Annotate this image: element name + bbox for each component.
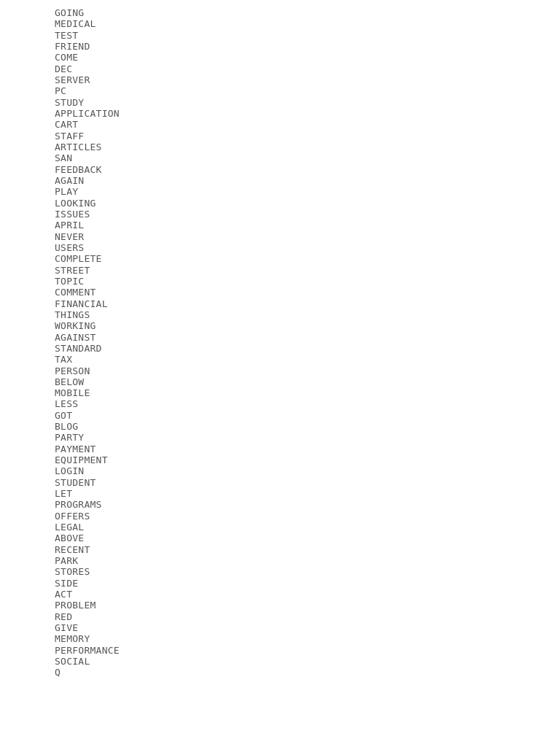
list-item: MEMORY [55,633,505,644]
list-item: ACT [55,589,505,600]
list-item: WORKING [55,320,505,331]
list-item: AGAINST [55,332,505,343]
list-item: COMMENT [55,287,505,298]
list-item: FRIEND [55,41,505,52]
list-item: MEDICAL [55,18,505,29]
list-item: TOPIC [55,276,505,287]
list-item: GOING [55,7,505,18]
list-item: AGAIN [55,175,505,186]
list-item: SERVER [55,74,505,85]
list-item: LEGAL [55,522,505,533]
list-item: FINANCIAL [55,298,505,309]
list-item: BELOW [55,376,505,387]
list-item: PAYMENT [55,444,505,454]
list-item: CART [55,119,505,130]
list-item: LOGIN [55,465,505,476]
list-item: TAX [55,354,505,365]
list-item: ARTICLES [55,142,505,152]
list-item: STREET [55,265,505,276]
list-item: PC [55,85,505,96]
list-item: PROBLEM [55,600,505,611]
list-item: ISSUES [55,209,505,220]
list-item: COMPLETE [55,253,505,264]
list-item: EQUIPMENT [55,454,505,465]
list-item: STUDY [55,97,505,108]
list-item: SAN [55,152,505,163]
list-item: APPLICATION [55,108,505,119]
list-item: APRIL [55,220,505,231]
list-item: RED [55,611,505,622]
list-item: PROGRAMS [55,499,505,510]
list-item: RECENT [55,544,505,555]
list-item: SIDE [55,578,505,589]
list-item: THINGS [55,309,505,320]
word-list: GOINGMEDICALTESTFRIENDCOMEDECSERVERPCSTU… [55,7,505,678]
list-item: LET [55,488,505,499]
list-item: STANDARD [55,343,505,354]
list-item: USERS [55,242,505,253]
list-item: DEC [55,63,505,74]
list-item: PERFORMANCE [55,645,505,656]
list-item: GIVE [55,622,505,633]
list-item: TEST [55,30,505,41]
list-item: PLAY [55,186,505,197]
list-item: NEVER [55,231,505,242]
list-item: LESS [55,398,505,409]
list-item: MOBILE [55,387,505,398]
list-item: PERSON [55,365,505,376]
list-item: COME [55,52,505,63]
list-item: OFFERS [55,511,505,522]
list-item: LOOKING [55,198,505,209]
list-item: STORES [55,566,505,577]
list-item: PARK [55,555,505,566]
list-item: Q [55,667,505,678]
list-item: GOT [55,410,505,421]
list-item: BLOG [55,421,505,432]
list-item: FEEDBACK [55,164,505,175]
list-item: STUDENT [55,477,505,488]
list-item: SOCIAL [55,656,505,667]
list-item: ABOVE [55,533,505,543]
list-item: STAFF [55,131,505,142]
list-item: PARTY [55,432,505,443]
